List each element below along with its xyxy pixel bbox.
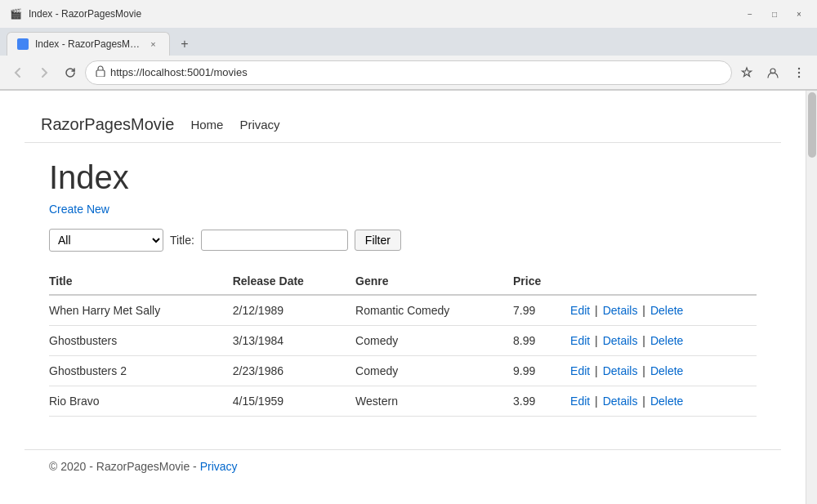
cell-genre: Western [355,386,513,417]
filter-button[interactable]: Filter [355,230,401,251]
new-tab-button[interactable]: + [173,33,196,56]
action-separator: | [592,334,600,347]
table-row: Ghostbusters 22/23/1986Comedy9.99Edit | … [49,356,757,386]
cell-release-date: 3/13/1984 [233,326,355,356]
delete-link[interactable]: Delete [650,364,683,377]
action-separator: | [592,364,600,377]
browser-tab[interactable]: Index - RazorPagesMovie × [7,32,170,56]
action-separator: | [592,395,600,408]
action-separator: | [639,364,648,377]
title-input[interactable] [201,230,348,251]
cell-genre: Comedy [355,326,513,356]
cell-actions: Edit | Details | Delete [570,386,757,417]
title-label: Title: [170,234,194,247]
details-link[interactable]: Details [603,334,638,347]
profile-button[interactable] [761,61,784,84]
forward-button[interactable] [33,61,56,84]
cell-price: 3.99 [513,386,570,417]
maximize-button[interactable]: □ [763,6,786,22]
menu-button[interactable] [788,61,810,84]
brand-name[interactable]: RazorPagesMovie [41,115,174,134]
lock-icon [96,65,105,79]
footer-privacy-link[interactable]: Privacy [200,460,238,473]
col-actions [570,268,757,295]
action-separator: | [639,334,648,347]
delete-link[interactable]: Delete [650,334,683,347]
cell-actions: Edit | Details | Delete [570,356,757,386]
delete-link[interactable]: Delete [650,395,683,408]
create-new-link[interactable]: Create New [49,203,109,216]
bookmark-button[interactable] [735,61,758,84]
cell-release-date: 2/23/1986 [233,356,355,386]
filter-row: All Comedy Romantic Comedy Western Title… [49,229,757,252]
cell-actions: Edit | Details | Delete [570,295,757,326]
footer: © 2020 - RazorPagesMovie - Privacy [25,449,781,483]
minimize-button[interactable]: − [739,6,761,22]
col-genre: Genre [355,268,513,295]
col-title: Title [49,268,233,295]
cell-actions: Edit | Details | Delete [570,326,757,356]
genre-select[interactable]: All Comedy Romantic Comedy Western [49,229,163,252]
svg-point-2 [798,67,800,69]
address-bar[interactable]: https://localhost:5001/movies [85,60,732,85]
movies-table: Title Release Date Genre Price When Harr… [49,268,757,417]
svg-point-4 [798,75,800,77]
details-link[interactable]: Details [603,395,638,408]
footer-text: © 2020 - RazorPagesMovie - [49,460,197,473]
page-favicon: 🎬 [10,8,22,20]
cell-release-date: 4/15/1959 [233,386,355,417]
back-button[interactable] [7,61,29,84]
nav-privacy[interactable]: Privacy [239,118,279,132]
action-separator: | [592,304,600,317]
details-link[interactable]: Details [603,304,638,317]
refresh-button[interactable] [59,61,82,84]
edit-link[interactable]: Edit [570,364,590,377]
edit-link[interactable]: Edit [570,395,590,408]
main-content: Index Create New All Comedy Romantic Com… [25,143,781,449]
nav-home[interactable]: Home [190,118,223,132]
scrollbar[interactable] [806,91,817,504]
svg-point-3 [798,71,800,73]
table-row: Rio Bravo4/15/1959Western3.99Edit | Deta… [49,386,757,417]
cell-price: 9.99 [513,356,570,386]
page-title: Index [49,159,757,196]
details-link[interactable]: Details [603,364,638,377]
edit-link[interactable]: Edit [570,334,590,347]
navbar: RazorPagesMovie Home Privacy [25,107,781,143]
table-row: When Harry Met Sally2/12/1989Romantic Co… [49,295,757,326]
table-header-row: Title Release Date Genre Price [49,268,757,295]
cell-release-date: 2/12/1989 [233,295,355,326]
cell-genre: Comedy [355,356,513,386]
tab-close-button[interactable]: × [147,38,159,51]
close-button[interactable]: × [788,6,810,22]
cell-title: Rio Bravo [49,386,233,417]
table-row: Ghostbusters3/13/1984Comedy8.99Edit | De… [49,326,757,356]
title-bar-text: Index - RazorPagesMovie [29,8,141,20]
cell-genre: Romantic Comedy [355,295,513,326]
cell-title: When Harry Met Sally [49,295,233,326]
cell-title: Ghostbusters 2 [49,356,233,386]
url-text: https://localhost:5001/movies [110,66,721,78]
tab-favicon [17,38,29,50]
svg-rect-0 [96,70,105,77]
col-price: Price [513,268,570,295]
tab-title: Index - RazorPagesMovie [35,38,141,50]
delete-link[interactable]: Delete [650,304,683,317]
edit-link[interactable]: Edit [570,304,590,317]
cell-price: 8.99 [513,326,570,356]
cell-title: Ghostbusters [49,326,233,356]
action-separator: | [639,395,648,408]
col-release-date: Release Date [233,268,355,295]
action-separator: | [639,304,648,317]
cell-price: 7.99 [513,295,570,326]
scrollbar-thumb[interactable] [808,92,816,158]
